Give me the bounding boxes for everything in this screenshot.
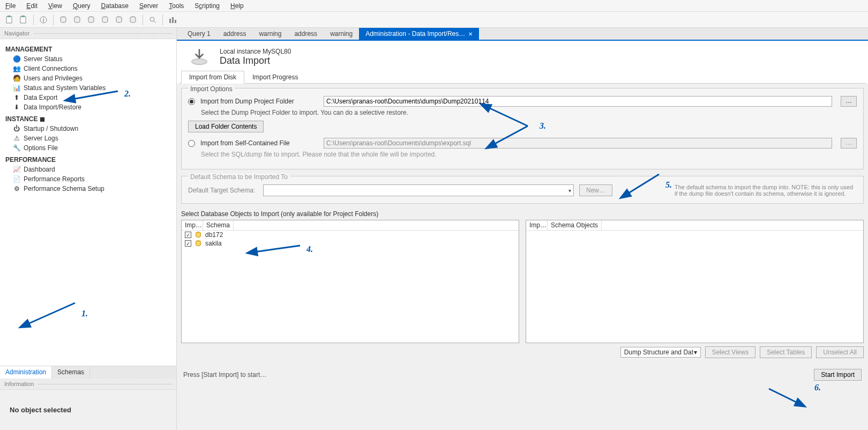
- schema-setup-icon: ⚙: [13, 185, 20, 192]
- etab-admin-import[interactable]: Administration - Data Import/Res…✕: [359, 28, 479, 40]
- menu-server[interactable]: Server: [137, 1, 160, 11]
- schema-listbox[interactable]: Imp…Schema ✓ db172 ✓ sakila: [181, 220, 519, 343]
- new-schema-button[interactable]: New…: [579, 184, 612, 196]
- etab-warning1[interactable]: warning: [252, 28, 288, 40]
- group-default-schema: Default Schema to be Imported To Default…: [181, 176, 864, 204]
- svg-rect-0: [6, 17, 12, 23]
- menu-edit[interactable]: Edit: [24, 1, 40, 11]
- etab-warning2[interactable]: warning: [324, 28, 359, 40]
- menu-database[interactable]: Database: [99, 1, 131, 11]
- nav-startup-shutdown[interactable]: ⏻Startup / Shutdown: [0, 124, 176, 134]
- dump-folder-hint: Select the Dump Project Folder to import…: [201, 109, 857, 116]
- etab-address1[interactable]: address: [217, 28, 253, 40]
- dump-type-select[interactable]: Dump Structure and Dat▾: [620, 347, 701, 358]
- import-icon: [190, 47, 209, 66]
- svg-rect-16: [175, 20, 176, 23]
- tool-new-sql-2[interactable]: [18, 14, 29, 25]
- options-icon: 🔧: [13, 144, 20, 152]
- menu-tools[interactable]: Tools: [167, 1, 186, 11]
- status-vars-icon: 📊: [13, 84, 20, 92]
- dashboard-icon: 📈: [13, 166, 20, 173]
- chevron-down-icon: ▾: [694, 349, 697, 356]
- checkbox-icon[interactable]: ✓: [185, 240, 191, 247]
- section-management: MANAGEMENT: [0, 42, 176, 54]
- browse-folder-button[interactable]: …: [841, 96, 857, 107]
- nav-client-connections[interactable]: 👥Client Connections: [0, 64, 176, 73]
- tab-import-disk[interactable]: Import from Disk: [181, 71, 244, 84]
- select-tables-button: Select Tables: [760, 346, 812, 358]
- reports-icon: 📄: [13, 175, 20, 183]
- checkbox-icon[interactable]: ✓: [185, 232, 191, 238]
- startup-icon: ⏻: [13, 125, 20, 132]
- information-body: No object selected: [0, 390, 176, 430]
- default-schema-label: Default Target Schema:: [188, 187, 258, 194]
- editor-tabs: Query 1 address warning address warning …: [177, 28, 868, 41]
- list-item[interactable]: ✓ db172: [182, 231, 519, 239]
- information-title: Information: [0, 379, 176, 390]
- menu-help[interactable]: Help: [228, 1, 246, 11]
- server-status-icon: 🔵: [13, 55, 20, 63]
- menu-query[interactable]: Query: [71, 1, 93, 11]
- tool-db-4[interactable]: [100, 14, 110, 25]
- load-folder-button[interactable]: Load Folder Contents: [188, 121, 264, 132]
- default-schema-note: The default schema to import the dump in…: [675, 184, 857, 197]
- data-export-icon: ⬆: [13, 94, 20, 101]
- dump-folder-path[interactable]: [324, 96, 832, 107]
- menu-bar: File Edit View Query Database Server Too…: [0, 0, 868, 12]
- section-instance: INSTANCE ◼: [0, 112, 176, 124]
- nav-tab-schemas[interactable]: Schemas: [52, 366, 90, 379]
- menu-view[interactable]: View: [46, 1, 64, 11]
- unselect-all-button: Unselect All: [816, 346, 864, 358]
- tool-new-sql-1[interactable]: [4, 14, 15, 25]
- nav-options-file[interactable]: 🔧Options File: [0, 143, 176, 153]
- menu-scripting[interactable]: Scripting: [192, 1, 222, 11]
- svg-rect-2: [20, 17, 26, 23]
- objects-listbox[interactable]: Imp…Schema Objects: [526, 220, 864, 343]
- svg-rect-1: [8, 16, 11, 17]
- database-icon: [194, 231, 202, 239]
- data-import-icon: ⬇: [13, 103, 20, 111]
- tab-import-progress[interactable]: Import Progress: [244, 71, 306, 83]
- close-icon[interactable]: ✕: [468, 31, 473, 37]
- nav-perf-schema[interactable]: ⚙Performance Schema Setup: [0, 184, 176, 194]
- chevron-down-icon: ▾: [568, 188, 571, 194]
- objects-label: Select Database Objects to Import (only …: [181, 210, 864, 218]
- nav-server-logs[interactable]: ⚠Server Logs: [0, 134, 176, 143]
- tool-dashboard[interactable]: [167, 14, 178, 25]
- nav-server-status[interactable]: 🔵Server Status: [0, 54, 176, 64]
- nav-tab-administration[interactable]: Administration: [0, 366, 52, 379]
- footer-hint: Press [Start Import] to start…: [183, 371, 266, 379]
- tool-db-2[interactable]: [72, 14, 83, 25]
- nav-users-privileges[interactable]: 🧑Users and Privileges: [0, 73, 176, 83]
- etab-query1[interactable]: Query 1: [181, 28, 217, 40]
- nav-dashboard[interactable]: 📈Dashboard: [0, 165, 176, 174]
- tool-search[interactable]: [147, 14, 158, 25]
- radio-dump-folder[interactable]: [188, 98, 195, 105]
- list-item[interactable]: ✓ sakila: [182, 239, 519, 248]
- svg-rect-14: [169, 19, 171, 23]
- nav-status-vars[interactable]: 📊Status and System Variables: [0, 83, 176, 93]
- nav-perf-reports[interactable]: 📄Performance Reports: [0, 174, 176, 184]
- nav-data-export[interactable]: ⬆Data Export: [0, 93, 176, 102]
- navigator-title: Navigator: [0, 28, 176, 39]
- svg-point-17: [192, 59, 207, 65]
- etab-address2[interactable]: address: [288, 28, 324, 40]
- default-schema-combo[interactable]: ▾: [263, 184, 574, 196]
- tool-db-5[interactable]: [114, 14, 124, 25]
- menu-file[interactable]: File: [3, 1, 18, 11]
- svg-point-12: [150, 17, 154, 21]
- group-import-options: Import Options Import from Dump Project …: [181, 88, 864, 169]
- tool-info[interactable]: i: [38, 14, 49, 25]
- start-import-button[interactable]: Start Import: [814, 369, 862, 381]
- tool-db-1[interactable]: [58, 14, 69, 25]
- svg-line-13: [154, 21, 156, 23]
- tool-db-3[interactable]: [86, 14, 96, 25]
- self-contained-path: [324, 138, 832, 149]
- radio-self-contained[interactable]: [188, 140, 195, 147]
- tool-db-6[interactable]: [128, 14, 138, 25]
- radio-dump-folder-label: Import from Dump Project Folder: [200, 98, 318, 105]
- logs-icon: ⚠: [13, 135, 20, 142]
- nav-data-import[interactable]: ⬇Data Import/Restore: [0, 102, 176, 112]
- radio-self-contained-label: Import from Self-Contained File: [200, 139, 318, 147]
- page-subtitle: Local instance MySQL80: [220, 48, 291, 55]
